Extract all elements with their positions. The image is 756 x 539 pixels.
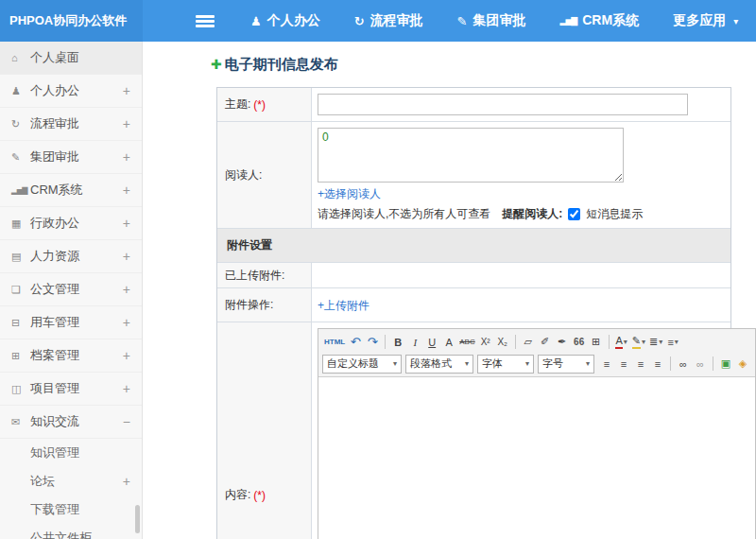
expand-plus-icon[interactable]: + <box>123 348 130 363</box>
office-icon: ▦ <box>11 217 28 230</box>
nav-group-approval[interactable]: ✎ 集团审批 <box>457 12 526 29</box>
expand-plus-icon[interactable]: + <box>123 474 130 489</box>
expand-plus-icon[interactable]: + <box>123 381 130 396</box>
collapse-minus-icon[interactable]: − <box>123 414 130 429</box>
format-painter-button[interactable]: ✐ <box>537 333 554 351</box>
nav-label: CRM系统 <box>582 12 639 29</box>
expand-plus-icon[interactable]: + <box>123 315 130 330</box>
sidebar-subitem-download-mgmt[interactable]: 下载管理 <box>0 496 142 524</box>
insert-image-button[interactable]: ▣ <box>717 355 734 373</box>
italic-button[interactable]: I <box>406 333 423 351</box>
editor-content-area[interactable] <box>318 377 755 539</box>
uploaded-attachments-content <box>312 263 730 287</box>
remind-readers-label: 提醒阅读人: <box>502 206 562 222</box>
chart-icon: ▂▅▇ <box>559 17 576 26</box>
chevron-down-icon: ▾ <box>642 338 645 346</box>
menu-toggle-icon[interactable] <box>196 15 215 27</box>
unlink-button[interactable]: ∞ <box>692 355 709 373</box>
redo-button[interactable]: ↷ <box>364 333 381 351</box>
remove-format-button[interactable]: ▱ <box>520 333 537 351</box>
font-color-button[interactable]: A ▾ <box>613 333 630 351</box>
table-button[interactable]: ⊞ <box>588 333 605 351</box>
align-justify-button[interactable]: ≡ <box>649 355 666 373</box>
publish-form: 主题: (*) 阅读人: 0 +选择阅读人 请选择阅读人,不选为所有人可查看 <box>216 87 731 539</box>
top-nav: ♟ 个人办公 ↻ 流程审批 ✎ 集团审批 ▂▅▇ CRM系统 更多应用 ▾ <box>250 12 738 29</box>
nav-personal-office[interactable]: ♟ 个人办公 <box>250 12 320 29</box>
align-center-button[interactable]: ≡ <box>615 355 632 373</box>
sidebar-item-vehicle-mgmt[interactable]: ⊟ 用车管理 + <box>0 306 142 339</box>
toolbar-separator <box>515 335 516 349</box>
expand-plus-icon[interactable]: + <box>123 83 130 98</box>
readers-label: 阅读人: <box>217 122 312 228</box>
heading-select[interactable]: 自定义标题 ▾ <box>322 355 402 374</box>
desktop-icon: ⌂ <box>11 52 28 63</box>
font-color-icon: A <box>615 335 622 348</box>
nav-label: 集团审批 <box>472 12 525 29</box>
sidebar-item-personal-desktop[interactable]: ⌂ 个人桌面 <box>0 42 142 75</box>
unordered-list-button[interactable]: ≡ ▾ <box>664 333 681 351</box>
sidebar-scrollbar[interactable] <box>135 505 140 533</box>
ordered-list-button[interactable]: ≣ ▾ <box>647 333 664 351</box>
sidebar-subitem-public-file-cabinet[interactable]: 公共文件柜 <box>0 524 142 539</box>
chevron-down-icon: ▾ <box>525 359 529 368</box>
sidebar-subitem-knowledge-mgmt[interactable]: 知识管理 <box>0 439 142 467</box>
subject-input[interactable] <box>318 94 688 115</box>
expand-plus-icon[interactable]: + <box>123 149 130 165</box>
sidebar-item-group-approval[interactable]: ✎ 集团审批 + <box>0 141 142 174</box>
align-right-button[interactable]: ≡ <box>632 355 649 373</box>
toolbar-separator <box>609 335 610 349</box>
align-left-button[interactable]: ≡ <box>598 355 615 373</box>
font-style-button[interactable]: A <box>440 333 457 351</box>
toolbar-separator <box>713 356 713 371</box>
attachment-ops-row: 附件操作: +上传附件 <box>217 288 730 322</box>
person-icon: ♟ <box>11 85 28 97</box>
expand-plus-icon[interactable]: + <box>123 183 130 198</box>
sidebar-item-workflow-approval[interactable]: ↻ 流程审批 + <box>0 108 142 141</box>
html-source-button[interactable]: HTML <box>322 333 347 351</box>
bold-button[interactable]: B <box>389 333 406 351</box>
nav-label: 更多应用 <box>673 12 726 29</box>
font-family-select[interactable]: 字体 ▾ <box>477 355 534 374</box>
sidebar-item-archive-mgmt[interactable]: ⊞ 档案管理 + <box>0 339 142 373</box>
readers-textarea[interactable]: 0 <box>318 128 624 183</box>
uploaded-attachments-label: 已上传附件: <box>217 263 312 287</box>
sidebar-item-hr[interactable]: ▤ 人力资源 + <box>0 240 142 273</box>
expand-plus-icon[interactable]: + <box>123 282 130 297</box>
nav-workflow-approval[interactable]: ↻ 流程审批 <box>354 12 423 29</box>
nav-more-apps[interactable]: 更多应用 ▾ <box>673 12 738 29</box>
undo-button[interactable]: ↶ <box>347 333 364 351</box>
required-marker: (*) <box>253 489 266 502</box>
sidebar-subitem-forum[interactable]: 论坛 + <box>0 467 142 496</box>
link-button[interactable]: ∞ <box>675 355 692 373</box>
select-readers-link[interactable]: +选择阅读人 <box>318 186 381 202</box>
hr-icon: ▤ <box>11 251 28 263</box>
sidebar-item-personal-office[interactable]: ♟ 个人办公 + <box>0 75 142 108</box>
top-header: PHPOA协同办公软件 ♟ 个人办公 ↻ 流程审批 ✎ 集团审批 ▂▅▇ CRM… <box>0 0 756 42</box>
subscript-button[interactable]: X₂ <box>494 333 511 351</box>
chevron-down-icon: ▾ <box>675 338 679 346</box>
underline-button[interactable]: U <box>423 333 440 351</box>
sms-remind-checkbox[interactable] <box>568 208 580 220</box>
expand-plus-icon[interactable]: + <box>123 116 130 131</box>
process-icon: ↻ <box>354 15 365 27</box>
upload-attachment-link[interactable]: +上传附件 <box>318 298 369 314</box>
expand-plus-icon[interactable]: + <box>123 249 130 264</box>
toolbar-separator <box>385 335 386 349</box>
strikethrough-button[interactable]: ABC <box>457 333 476 351</box>
insert-media-button[interactable]: ◈ <box>734 355 751 373</box>
font-size-select[interactable]: 字号 ▾ <box>538 355 594 374</box>
sidebar-item-project-mgmt[interactable]: ◫ 项目管理 + <box>0 373 142 406</box>
blockquote-button[interactable]: 66 <box>571 333 588 351</box>
sidebar-item-knowledge-exchange[interactable]: ✉ 知识交流 − <box>0 406 142 439</box>
highlight-color-button[interactable]: ✎ ▾ <box>630 333 647 351</box>
pen-button[interactable]: ✒ <box>554 333 571 351</box>
paragraph-format-select[interactable]: 段落格式 ▾ <box>405 355 473 374</box>
content-row: 内容: (*) HTML ↶ ↷ B I <box>217 322 730 539</box>
project-icon: ◫ <box>11 383 28 395</box>
expand-plus-icon[interactable]: + <box>123 216 130 231</box>
nav-crm-system[interactable]: ▂▅▇ CRM系统 <box>559 12 639 29</box>
sidebar-item-crm[interactable]: ▂▅▇ CRM系统 + <box>0 174 142 207</box>
sidebar-item-admin-office[interactable]: ▦ 行政办公 + <box>0 207 142 240</box>
superscript-button[interactable]: X² <box>477 333 494 351</box>
sidebar-item-document-mgmt[interactable]: ❏ 公文管理 + <box>0 273 142 306</box>
